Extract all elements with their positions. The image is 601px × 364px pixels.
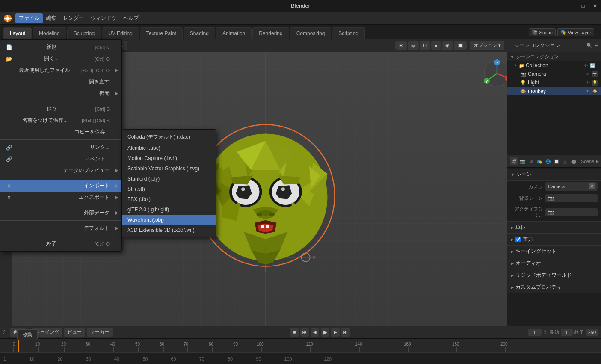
import-collada[interactable]: Collada (デフォルト) (.dae) — [122, 131, 216, 143]
outliner-item-monkey[interactable]: 🐵 monkey 👁 🐵 — [507, 87, 601, 95]
outliner-search[interactable]: 🔍 — [586, 43, 592, 48]
import-motion-capture[interactable]: Motion Capture (.bvh) — [122, 153, 216, 163]
outliner-collection[interactable]: ▼ 📁 Collection 👁 🔄 — [507, 61, 601, 70]
props-tab-material[interactable]: ⬤ — [570, 157, 577, 165]
current-frame[interactable]: 1 — [528, 329, 542, 336]
import-gltf[interactable]: glTF 2.0 (.glb/.gltf) — [122, 204, 216, 215]
props-tab-view-layer[interactable]: 🎭 — [536, 157, 543, 165]
close-btn[interactable]: ✕ — [589, 0, 601, 12]
timeline-ruler[interactable]: 0 10 20 30 40 50 60 70 80 90 1 — [0, 339, 601, 352]
menu-open[interactable]: 📂 開く... [Ctrl] O — [0, 53, 121, 65]
options-btn[interactable]: オプション ▾ — [470, 41, 504, 50]
tab-compositing[interactable]: Compositing — [290, 27, 332, 39]
menu-append[interactable]: 🔗 アペンド... — [0, 153, 121, 165]
props-tab-object[interactable]: 🔲 — [553, 157, 560, 165]
menu-save-copy[interactable]: コピーを保存... — [0, 126, 121, 138]
bg-scene-value[interactable]: 📷 — [545, 194, 598, 202]
menu-save[interactable]: 保存 [Ctrl] S — [0, 103, 121, 115]
props-tab-output[interactable]: 🖥 — [527, 157, 535, 165]
menu-export[interactable]: ⬆ エクスポート — [0, 192, 121, 203]
prev-frame-btn[interactable]: ◀ — [311, 328, 319, 337]
camera-prop-value[interactable]: Camera ✕ — [545, 182, 598, 191]
camera-action[interactable]: 📷 — [592, 71, 598, 77]
tab-modeling[interactable]: Modeling — [33, 27, 66, 39]
jump-start-btn[interactable]: ⏮ — [300, 328, 309, 337]
tab-uv-editing[interactable]: UV Editing — [102, 27, 139, 39]
next-frame-btn[interactable]: ▶ — [331, 328, 340, 337]
import-wavefront[interactable]: Wavefront (.obj) — [122, 215, 216, 225]
jump-end-btn[interactable]: ⏭ — [341, 328, 350, 337]
shading-render-btn[interactable]: 🔲 — [454, 41, 467, 50]
view-persp-btn[interactable]: 👁 — [395, 41, 407, 50]
menu-defaults[interactable]: デフォルト — [0, 222, 121, 234]
outliner-item-light[interactable]: 💡 Light 👁 💡 — [507, 78, 601, 87]
props-tab-mesh[interactable]: △ — [561, 157, 569, 165]
menu-new[interactable]: 📄 新規 [Ctrl] N — [0, 41, 121, 53]
scene-section-title[interactable]: ▼ シーン — [507, 169, 601, 181]
import-svg[interactable]: Scalable Vector Graphics (.svg) — [122, 163, 216, 174]
view-xray-btn[interactable]: ⊡ — [420, 41, 430, 50]
view-layer-selector[interactable]: 🎭 View Layer — [557, 28, 594, 36]
rigid-body-section[interactable]: ▶ リジッドボディワールド — [507, 269, 601, 281]
menu-file[interactable]: ファイル — [15, 13, 43, 23]
light-action[interactable]: 💡 — [592, 80, 598, 86]
maximize-btn[interactable]: □ — [577, 0, 589, 12]
menu-recover[interactable]: 復元 — [0, 88, 121, 99]
import-x3d[interactable]: X3D Extensible 3D (.x3d/.wrl) — [122, 225, 216, 235]
units-section[interactable]: ▶ 単位 — [507, 221, 601, 234]
marker-btn[interactable]: マーカー — [87, 328, 113, 337]
view-overlay-btn[interactable]: ◎ — [408, 41, 419, 50]
props-tab-scene[interactable]: 🎬 — [510, 157, 518, 165]
tab-animation[interactable]: Animation — [216, 27, 252, 39]
tab-scripting[interactable]: Scripting — [332, 27, 365, 39]
minimize-btn[interactable]: ─ — [565, 0, 577, 12]
menu-open-recent[interactable]: 最近使用したファイル [Shift] [Ctrl] O — [0, 65, 121, 76]
menu-data-preview[interactable]: データのプレビュー — [0, 165, 121, 176]
custom-props-section[interactable]: ▶ カスタムプロパティ — [507, 281, 601, 293]
gravity-section[interactable]: ▶ 重力 — [507, 234, 601, 246]
menu-render[interactable]: レンダー — [60, 13, 87, 23]
camera-vis[interactable]: 👁 — [586, 72, 590, 77]
menu-help[interactable]: ヘルプ — [120, 13, 142, 23]
import-alembic[interactable]: Alembic (.abc) — [122, 143, 216, 153]
menu-quit[interactable]: 終了 [Ctrl] Q — [0, 238, 121, 249]
end-frame[interactable]: 250 — [586, 329, 598, 336]
tab-rendering[interactable]: Rendering — [252, 27, 289, 39]
start-frame[interactable]: 1 — [561, 329, 573, 336]
view-btn[interactable]: ビュー — [64, 328, 85, 337]
import-fbx[interactable]: FBX (.fbx) — [122, 194, 216, 204]
tab-layout[interactable]: Layout — [3, 27, 32, 39]
menu-save-as[interactable]: 名前をつけて保存... [Shift] [Ctrl] S — [0, 115, 121, 126]
import-stl[interactable]: Stl (.stl) — [122, 184, 216, 194]
audio-section[interactable]: ▶ オーディオ — [507, 257, 601, 269]
menu-link[interactable]: 🔗 リンク... — [0, 142, 121, 153]
props-tab-world[interactable]: 🌐 — [544, 157, 552, 165]
scene-selector[interactable]: 🎬 Scene — [529, 28, 556, 36]
viewport-gizmo[interactable]: Z X Y — [480, 56, 507, 89]
shading-solid-btn[interactable]: ● — [431, 41, 441, 50]
tab-sculpting[interactable]: Sculpting — [67, 27, 101, 39]
outliner-item-camera[interactable]: 📷 Camera 👁 📷 — [507, 70, 601, 78]
stop-btn[interactable]: ■ — [290, 328, 299, 337]
menu-edit[interactable]: 編集 — [43, 13, 60, 23]
menu-revert[interactable]: 開き直す — [0, 76, 121, 88]
monkey-vis[interactable]: 👁 — [586, 89, 590, 94]
tab-shading[interactable]: Shading — [184, 27, 215, 39]
outliner-filter[interactable]: ☰ — [594, 43, 598, 48]
tab-texture-paint[interactable]: Texture Paint — [140, 27, 183, 39]
props-tab-render[interactable]: 📷 — [518, 157, 526, 165]
gravity-checkbox[interactable] — [515, 237, 521, 242]
keying-section[interactable]: ▶ キーイングセット — [507, 246, 601, 257]
import-stanford[interactable]: Stanford (.ply) — [122, 174, 216, 184]
play-pause-btn[interactable]: ▶ — [321, 328, 329, 337]
menu-import[interactable]: ⬇ インポート — [0, 180, 121, 192]
menu-window[interactable]: ウィンドウ — [87, 13, 120, 23]
monkey-action[interactable]: 🐵 — [592, 88, 598, 94]
camera-clear-btn[interactable]: ✕ — [589, 183, 595, 189]
shading-material-btn[interactable]: ◉ — [442, 41, 453, 50]
light-vis[interactable]: 👁 — [586, 80, 590, 85]
collection-vis2[interactable]: 🔄 — [590, 63, 595, 68]
collection-vis1[interactable]: 👁 — [584, 63, 588, 68]
menu-ext-data[interactable]: 外部データ — [0, 207, 121, 219]
active-value[interactable]: 📷 — [545, 208, 598, 216]
